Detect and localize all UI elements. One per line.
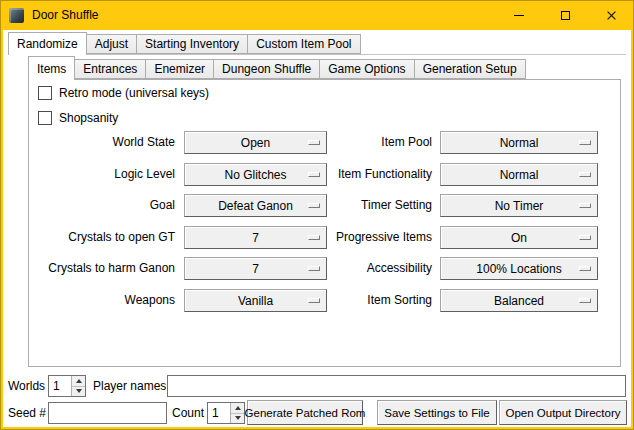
shopsanity-checkbox-label: Shopsanity <box>59 111 118 125</box>
arrow-up-icon <box>76 379 82 383</box>
crystals-open-gt-value: 7 <box>252 231 259 245</box>
retro-mode-checkbox[interactable]: Retro mode (universal keys) <box>38 86 209 100</box>
timer-setting-dropdown[interactable]: No Timer <box>440 194 598 217</box>
weapons-value: Vanilla <box>238 294 273 308</box>
maximize-icon <box>561 11 570 20</box>
maximize-button[interactable] <box>542 0 588 30</box>
shopsanity-checkbox-box[interactable] <box>38 111 52 125</box>
seed-input[interactable] <box>48 402 167 424</box>
arrow-down-icon <box>235 416 241 420</box>
window-controls <box>496 0 634 30</box>
arrow-down-icon <box>76 389 82 393</box>
dropdown-indicator-icon <box>579 298 591 303</box>
logic-level-label: Logic Level <box>20 163 175 186</box>
item-functionality-label: Item Functionality <box>297 163 432 186</box>
dropdown-indicator-icon <box>579 266 591 271</box>
item-sorting-value: Balanced <box>494 294 544 308</box>
titlebar[interactable]: Door Shuffle <box>0 0 634 30</box>
worlds-spinner-value[interactable]: 1 <box>49 376 71 396</box>
tab-randomize[interactable]: Randomize <box>8 32 87 55</box>
dropdown-indicator-icon <box>579 235 591 240</box>
door-shuffle-window: Door Shuffle Randomize Adjust Starting I… <box>0 0 634 430</box>
weapons-label: Weapons <box>20 289 175 312</box>
arrow-up-icon <box>235 406 241 410</box>
count-label: Count <box>172 402 204 424</box>
item-pool-value: Normal <box>500 136 539 150</box>
crystals-open-gt-label: Crystals to open GT <box>20 226 175 249</box>
count-spin-up-button[interactable] <box>231 403 244 414</box>
generate-patched-rom-button[interactable]: Generate Patched Rom <box>247 400 363 425</box>
progressive-items-value: On <box>511 231 527 245</box>
secondary-tab-bar: Items Entrances Enemizer Dungeon Shuffle… <box>28 56 526 80</box>
item-functionality-dropdown[interactable]: Normal <box>440 163 598 186</box>
dropdown-indicator-icon <box>579 172 591 177</box>
world-state-label: World State <box>20 131 175 154</box>
tab-dungeon-shuffle[interactable]: Dungeon Shuffle <box>213 59 320 79</box>
tab-adjust[interactable]: Adjust <box>86 34 137 54</box>
close-button[interactable] <box>588 0 634 30</box>
tab-custom-item-pool[interactable]: Custom Item Pool <box>247 34 360 54</box>
progressive-items-dropdown[interactable]: On <box>440 226 598 249</box>
tab-game-options[interactable]: Game Options <box>319 59 414 79</box>
tab-enemizer[interactable]: Enemizer <box>145 59 214 79</box>
retro-mode-checkbox-box[interactable] <box>38 86 52 100</box>
timer-setting-value: No Timer <box>495 199 544 213</box>
worlds-label: Worlds <box>8 375 45 397</box>
worlds-spin-up-button[interactable] <box>72 376 85 387</box>
crystals-harm-ganon-label: Crystals to harm Ganon <box>20 257 175 280</box>
count-spinner[interactable]: 1 <box>207 402 245 424</box>
item-functionality-value: Normal <box>500 168 539 182</box>
count-spinner-value[interactable]: 1 <box>208 403 230 423</box>
timer-setting-label: Timer Setting <box>297 194 432 217</box>
tab-items[interactable]: Items <box>28 56 75 80</box>
close-icon <box>606 10 617 21</box>
tab-starting-inventory[interactable]: Starting Inventory <box>136 34 248 54</box>
dropdown-indicator-icon <box>579 140 591 145</box>
minimize-icon <box>514 15 524 16</box>
tab-generation-setup[interactable]: Generation Setup <box>414 59 526 79</box>
item-sorting-label: Item Sorting <box>297 289 432 312</box>
accessibility-value: 100% Locations <box>476 262 561 276</box>
worlds-spinner-arrows <box>71 376 85 396</box>
tab-entrances[interactable]: Entrances <box>74 59 146 79</box>
primary-tab-bar: Randomize Adjust Starting Inventory Cust… <box>8 32 361 55</box>
accessibility-label: Accessibility <box>297 257 432 280</box>
open-output-directory-button[interactable]: Open Output Directory <box>499 400 627 425</box>
count-spin-down-button[interactable] <box>231 414 244 424</box>
item-pool-dropdown[interactable]: Normal <box>440 131 598 154</box>
dropdown-indicator-icon <box>579 203 591 208</box>
player-names-label: Player names <box>93 375 166 397</box>
accessibility-dropdown[interactable]: 100% Locations <box>440 257 598 280</box>
count-spinner-arrows <box>230 403 244 423</box>
retro-mode-checkbox-label: Retro mode (universal keys) <box>59 86 209 100</box>
app-icon <box>9 8 24 23</box>
worlds-spinner[interactable]: 1 <box>48 375 86 397</box>
item-sorting-dropdown[interactable]: Balanced <box>440 289 598 312</box>
goal-value: Defeat Ganon <box>218 199 293 213</box>
item-pool-label: Item Pool <box>297 131 432 154</box>
save-settings-button[interactable]: Save Settings to File <box>377 400 497 425</box>
shopsanity-checkbox[interactable]: Shopsanity <box>38 111 118 125</box>
minimize-button[interactable] <box>496 0 542 30</box>
progressive-items-label: Progressive Items <box>297 226 432 249</box>
logic-level-value: No Glitches <box>224 168 286 182</box>
world-state-value: Open <box>241 136 270 150</box>
worlds-spin-down-button[interactable] <box>72 387 85 397</box>
player-names-input[interactable] <box>167 375 626 397</box>
seed-label: Seed # <box>8 402 46 424</box>
goal-label: Goal <box>20 194 175 217</box>
crystals-harm-ganon-value: 7 <box>252 262 259 276</box>
window-title: Door Shuffle <box>32 8 99 22</box>
